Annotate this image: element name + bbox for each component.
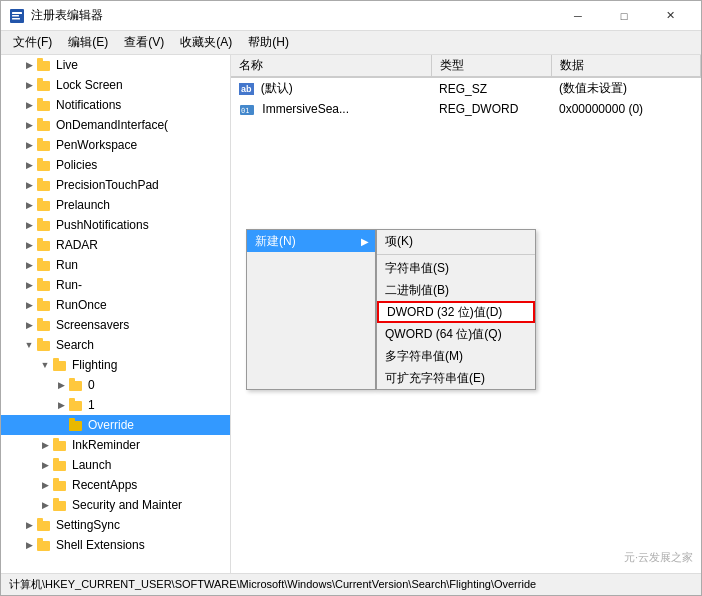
- tree-item-pushnotifications[interactable]: ▶ PushNotifications: [1, 215, 230, 235]
- tree-label-live: Live: [56, 58, 78, 72]
- tree-label-ondemand: OnDemandInterface(: [56, 118, 168, 132]
- folder-icon-flighting: [53, 358, 69, 372]
- tree-label-1: 1: [88, 398, 95, 412]
- expander-flighting: ▼: [37, 357, 53, 373]
- folder-icon-ondemand: [37, 118, 53, 132]
- app-icon: [9, 8, 25, 24]
- tree-item-precisiontouchpad[interactable]: ▶ PrecisionTouchPad: [1, 175, 230, 195]
- expander-notifications: ▶: [21, 97, 37, 113]
- tree-item-runonce[interactable]: ▶ RunOnce: [1, 295, 230, 315]
- cell-type-default: REG_SZ: [431, 77, 551, 99]
- ctx-multistring-label: 多字符串值(M): [385, 348, 463, 365]
- folder-icon-pushnotifications: [37, 218, 53, 232]
- tree-label-rundash: Run-: [56, 278, 82, 292]
- expander-rundash: ▶: [21, 277, 37, 293]
- tree-item-penworkspace[interactable]: ▶ PenWorkspace: [1, 135, 230, 155]
- expander-lockscreen: ▶: [21, 77, 37, 93]
- tree-item-lockscreen[interactable]: ▶ Lock Screen: [1, 75, 230, 95]
- folder-icon-override: [69, 418, 85, 432]
- ctx-qword[interactable]: QWORD (64 位)值(Q): [377, 323, 535, 345]
- ctx-string[interactable]: 字符串值(S): [377, 257, 535, 279]
- tree-label-runonce: RunOnce: [56, 298, 107, 312]
- tree-label-policies: Policies: [56, 158, 97, 172]
- col-name[interactable]: 名称: [231, 55, 431, 77]
- close-button[interactable]: ✕: [647, 1, 693, 31]
- folder-icon-runonce: [37, 298, 53, 312]
- expander-shellextensions: ▶: [21, 537, 37, 553]
- tree-label-flighting: Flighting: [72, 358, 117, 372]
- ctx-dword[interactable]: DWORD (32 位)值(D): [377, 301, 535, 323]
- tree-item-flighting[interactable]: ▼ Flighting: [1, 355, 230, 375]
- title-bar: 注册表编辑器 ─ □ ✕: [1, 1, 701, 31]
- table-row[interactable]: 01 ImmersiveSea... REG_DWORD 0x00000000 …: [231, 99, 701, 119]
- tree-item-run[interactable]: ▶ Run: [1, 255, 230, 275]
- tree-item-radar[interactable]: ▶ RADAR: [1, 235, 230, 255]
- ctx-binary-label: 二进制值(B): [385, 282, 449, 299]
- col-type[interactable]: 类型: [431, 55, 551, 77]
- folder-icon-rundash: [37, 278, 53, 292]
- menu-view[interactable]: 查看(V): [116, 32, 172, 54]
- tree-item-prelaunch[interactable]: ▶ Prelaunch: [1, 195, 230, 215]
- tree-item-policies[interactable]: ▶ Policies: [1, 155, 230, 175]
- folder-icon-0: [69, 378, 85, 392]
- ctx-multistring[interactable]: 多字符串值(M): [377, 345, 535, 367]
- expander-precisiontouchpad: ▶: [21, 177, 37, 193]
- folder-icon-screensavers: [37, 318, 53, 332]
- ctx-new[interactable]: 新建(N) ▶: [247, 230, 375, 252]
- tree-item-1[interactable]: ▶ 1: [1, 395, 230, 415]
- tree-label-prelaunch: Prelaunch: [56, 198, 110, 212]
- name-label-immersive: ImmersiveSea...: [262, 102, 349, 116]
- svg-text:01: 01: [241, 107, 249, 115]
- col-data[interactable]: 数据: [551, 55, 701, 77]
- expander-settingsync: ▶: [21, 517, 37, 533]
- menu-help[interactable]: 帮助(H): [240, 32, 297, 54]
- folder-icon-notifications: [37, 98, 53, 112]
- folder-icon-settingsync: [37, 518, 53, 532]
- tree-item-recentapps[interactable]: ▶ RecentApps: [1, 475, 230, 495]
- tree-label-settingsync: SettingSync: [56, 518, 120, 532]
- expander-launch: ▶: [37, 457, 53, 473]
- tree-item-rundash[interactable]: ▶ Run-: [1, 275, 230, 295]
- ctx-binary[interactable]: 二进制值(B): [377, 279, 535, 301]
- menu-edit[interactable]: 编辑(E): [60, 32, 116, 54]
- tree-item-screensavers[interactable]: ▶ Screensavers: [1, 315, 230, 335]
- context-menu-main: 新建(N) ▶: [246, 229, 376, 390]
- tree-item-search[interactable]: ▼ Search: [1, 335, 230, 355]
- tree-label-screensavers: Screensavers: [56, 318, 129, 332]
- tree-item-shellextensions[interactable]: ▶ Shell Extensions: [1, 535, 230, 555]
- tree-item-ondemand[interactable]: ▶ OnDemandInterface(: [1, 115, 230, 135]
- ctx-separator-1: [377, 254, 535, 255]
- folder-icon-inkreminder: [53, 438, 69, 452]
- tree-item-launch[interactable]: ▶ Launch: [1, 455, 230, 475]
- menu-file[interactable]: 文件(F): [5, 32, 60, 54]
- tree-item-0[interactable]: ▶ 0: [1, 375, 230, 395]
- tree-label-override: Override: [88, 418, 134, 432]
- ctx-qword-label: QWORD (64 位)值(Q): [385, 326, 502, 343]
- status-text: 计算机\HKEY_CURRENT_USER\SOFTWARE\Microsoft…: [9, 577, 536, 592]
- tree-label-shellextensions: Shell Extensions: [56, 538, 145, 552]
- tree-item-override[interactable]: Override: [1, 415, 230, 435]
- ctx-key[interactable]: 项(K): [377, 230, 535, 252]
- maximize-button[interactable]: □: [601, 1, 647, 31]
- svg-rect-2: [12, 15, 19, 17]
- folder-icon-shellextensions: [37, 538, 53, 552]
- tree-item-notifications[interactable]: ▶ Notifications: [1, 95, 230, 115]
- svg-rect-1: [12, 12, 22, 14]
- tree-item-settingsync[interactable]: ▶ SettingSync: [1, 515, 230, 535]
- cell-type-immersive: REG_DWORD: [431, 99, 551, 119]
- window-title: 注册表编辑器: [31, 7, 103, 24]
- tree-label-radar: RADAR: [56, 238, 98, 252]
- table-row[interactable]: ab (默认) REG_SZ (数值未设置): [231, 77, 701, 99]
- status-bar: 计算机\HKEY_CURRENT_USER\SOFTWARE\Microsoft…: [1, 573, 701, 595]
- menu-favorites[interactable]: 收藏夹(A): [172, 32, 240, 54]
- tree-panel: ▶ Live ▶ Lock Screen ▶: [1, 55, 231, 573]
- expander-1: ▶: [53, 397, 69, 413]
- folder-icon-radar: [37, 238, 53, 252]
- minimize-button[interactable]: ─: [555, 1, 601, 31]
- context-submenu: 项(K) 字符串值(S) 二进制值(B) DWORD (32 位)值(D) QW…: [376, 229, 536, 390]
- tree-item-inkreminder[interactable]: ▶ InkReminder: [1, 435, 230, 455]
- ctx-expandstring[interactable]: 可扩充字符串值(E): [377, 367, 535, 389]
- tree-item-live[interactable]: ▶ Live: [1, 55, 230, 75]
- ctx-new-label: 新建(N): [255, 233, 296, 250]
- tree-item-security[interactable]: ▶ Security and Mainter: [1, 495, 230, 515]
